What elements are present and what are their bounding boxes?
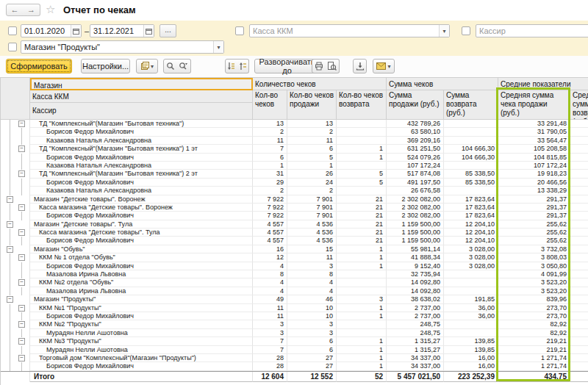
cashier-row[interactable]: Мурадян Нелли Ашотовна33248,7582,92 [1, 329, 588, 337]
total-row[interactable]: Итого12 60412 552525 457 021,50223 252,3… [1, 371, 588, 382]
header-kassa-cell[interactable]: Касса ККМ [30, 90, 253, 103]
print-button[interactable] [312, 59, 326, 73]
back-button[interactable]: ← [6, 4, 24, 16]
header-group-sum[interactable]: Сумма чеков [387, 78, 498, 90]
collapse-group-button[interactable]: − [18, 321, 25, 328]
collapse-group-button[interactable]: − [18, 204, 25, 211]
cashier-row[interactable]: Мазалова Ирина Львовна4414 092,803 523,2… [1, 287, 588, 295]
forward-button[interactable]: → [23, 4, 40, 16]
cashier-row[interactable]: Борисов Федор Михайлович29245491 197,508… [1, 179, 588, 187]
kassa-group-row[interactable]: −ТД "Комплексный"(Магазин "Бытовая техни… [1, 120, 588, 128]
header-magazin-cell[interactable]: Магазин [30, 78, 253, 90]
kassa-group-row[interactable]: −ТД "Комплексный"(Магазин "Бытовая техни… [1, 145, 588, 153]
cashier-row[interactable]: Казакова Наталья Александровна2226 676,5… [1, 187, 588, 195]
value-cell [570, 372, 588, 382]
generate-button[interactable]: Сформировать [6, 59, 72, 73]
send-mail-button[interactable]: ▾ [373, 59, 395, 73]
cashier-row[interactable]: Мазалова Ирина Львовна8832 735,944 091,9… [1, 270, 588, 278]
tree-gutter [1, 137, 30, 145]
header-group-qty[interactable]: Количество чеков [253, 78, 387, 90]
period-more-button[interactable]: ... [159, 24, 176, 37]
value-cell: 10 [287, 312, 337, 320]
cashier-row[interactable]: Мурадян Нелли Ашотовна7611 315,27139,852… [1, 346, 588, 354]
header-kassir-cell[interactable]: Кассир [30, 103, 253, 120]
collapse-group-button[interactable]: − [7, 296, 13, 303]
store-group-row[interactable]: −Магазин "Детские товары". Тула4 5574 53… [1, 220, 588, 229]
store-checkbox[interactable] [8, 43, 17, 51]
tree-line [10, 354, 10, 362]
kassa-checkbox[interactable] [235, 26, 244, 35]
kassa-group-row[interactable]: −ККМ №2 отдела "Обувь"4414 092,803 523,2… [1, 278, 588, 287]
calendar-icon[interactable] [143, 25, 154, 37]
collapse-group-button[interactable]: − [18, 338, 25, 345]
find-next-button[interactable] [176, 59, 191, 73]
kassa-group-row[interactable]: −ТД "Комплексный"(Магазин "Бытовая техни… [1, 170, 588, 178]
kassa-group-row[interactable]: −ККМ №3 "Продукты"7611 315,27139,85219,2… [1, 337, 588, 345]
collapse-group-button[interactable]: − [18, 355, 25, 361]
collapse-group-button[interactable]: − [18, 145, 25, 152]
cashier-row[interactable]: Борисов Федор Михайлович111012 737,0036,… [1, 312, 588, 320]
collapse-group-button[interactable]: − [18, 279, 25, 286]
calendar-icon[interactable] [71, 25, 81, 37]
subcolumn-header[interactable]: Средняя сумма чека возврата (руб.) [570, 90, 588, 120]
subcolumn-header[interactable]: Сумма продажи (руб.) [387, 90, 444, 120]
subcolumn-header[interactable]: Кол-во чеков [253, 90, 287, 120]
collapse-group-button[interactable]: − [18, 120, 25, 127]
collapse-group-button[interactable]: − [18, 254, 25, 261]
cashier-row[interactable]: Казакова Наталья Александровна1111369 20… [1, 137, 588, 145]
kassa-field[interactable]: ▾ [249, 24, 450, 37]
collapse-groups-button[interactable] [237, 59, 249, 73]
collapse-group-button[interactable]: − [18, 305, 25, 312]
cashier-row[interactable]: Борисов Федор Михайлович2827134 337,0016… [1, 362, 588, 370]
chevron-down-icon[interactable]: ▾ [439, 25, 449, 37]
save-button[interactable] [353, 59, 367, 73]
cashier-row[interactable]: Борисов Федор Михайлович2263 580,1031 79… [1, 128, 588, 136]
store-field[interactable]: ▾ [21, 40, 224, 54]
find-button[interactable] [163, 59, 177, 73]
store-group-row[interactable]: −Магазин "Продукты"4946338 638,02191,858… [1, 295, 588, 303]
store-input[interactable] [21, 41, 213, 53]
collapse-group-button[interactable]: − [18, 170, 25, 177]
cashier-row[interactable]: Борисов Федор Михайлович7 9227 901212 30… [1, 212, 588, 220]
value-cell: 2 737,00 [387, 312, 444, 320]
cashier-row[interactable]: Казакова Наталья Александровна11107 172,… [1, 162, 588, 170]
kassa-group-row[interactable]: −Касса магазина "Детские товары". Вороне… [1, 204, 588, 212]
kassa-group-row[interactable]: −Торговый дом "Комплексный"(Магазин "Про… [1, 354, 588, 362]
kassa-input[interactable] [250, 25, 439, 37]
subcolumn-header[interactable]: Сумма возврата (руб.) [444, 90, 498, 120]
kassir-input[interactable] [476, 25, 588, 37]
tree-line [10, 362, 10, 370]
collapse-group-button[interactable]: − [18, 229, 25, 236]
cashier-row[interactable]: Борисов Федор Михайлович4319 152,403 028… [1, 262, 588, 270]
settings-button[interactable]: Настройки... [81, 59, 130, 73]
kassir-checkbox[interactable] [462, 26, 470, 35]
subcolumn-header[interactable]: Кол-во чеков возврата [337, 90, 387, 120]
collapse-group-button[interactable]: − [7, 221, 13, 228]
collapse-group-button[interactable]: − [7, 246, 13, 253]
chevron-down-icon[interactable]: ▾ [213, 41, 223, 53]
print-preview-button[interactable] [325, 59, 340, 73]
cashier-row[interactable]: Борисов Федор Михайлович651524 079,26104… [1, 154, 588, 162]
date-from-input[interactable] [21, 25, 71, 37]
subcolumn-header[interactable]: Средняя сумма чека продажи (руб.) [498, 90, 570, 120]
store-group-row[interactable]: −Магазин "Обувь"1615155 981,143 028,003 … [1, 245, 588, 253]
cashier-row[interactable]: Борисов Федор Михайлович4 5574 536211 15… [1, 237, 588, 245]
kassa-group-row[interactable]: −ККМ №2 "Продукты"33248,7582,92 [1, 320, 588, 328]
kassa-group-row[interactable]: −Касса магазина "Детские товары". Тула4 … [1, 229, 588, 237]
store-group-row[interactable]: −Магазин "Детские товары". Воронеж7 9227… [1, 195, 588, 204]
kassa-group-row[interactable]: −ККМ №1 "Продукты"111012 737,0036,00273,… [1, 304, 588, 312]
date-to-field[interactable] [90, 24, 154, 37]
mail-icon [376, 62, 386, 70]
value-cell: 2 [253, 187, 287, 195]
favorite-star-icon[interactable]: ☆ [46, 3, 55, 16]
expand-groups-button[interactable] [225, 59, 237, 73]
period-checkbox[interactable] [8, 26, 17, 35]
kassir-field[interactable] [476, 24, 588, 37]
subcolumn-header[interactable]: Кол-во чеков продажи [287, 90, 337, 120]
collapse-group-button[interactable]: − [7, 196, 13, 203]
date-from-field[interactable] [21, 24, 82, 37]
kassa-group-row[interactable]: −ККМ № 1 отдела "Обувь"1211141 888,343 0… [1, 253, 588, 262]
header-group-avg[interactable]: Средние показатели [498, 78, 588, 90]
date-to-input[interactable] [90, 25, 143, 37]
report-variants-button[interactable]: ▾ [136, 59, 158, 73]
